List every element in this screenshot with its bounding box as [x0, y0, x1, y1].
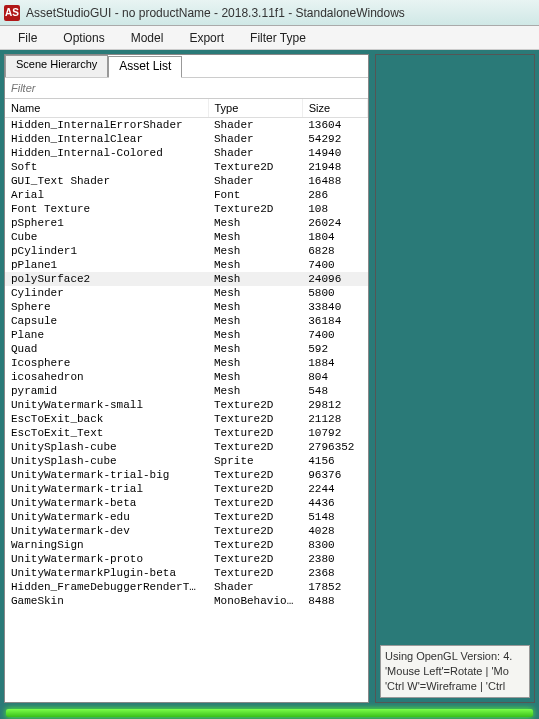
cell-size: 4028 — [302, 524, 367, 538]
cell-type: Shader — [208, 174, 302, 188]
cell-type: Texture2D — [208, 496, 302, 510]
cell-size: 16488 — [302, 174, 367, 188]
table-row[interactable]: Hidden_Internal-ColoredShader14940 — [5, 146, 368, 160]
cell-size: 1884 — [302, 356, 367, 370]
asset-list-scroll[interactable]: NameTypeSize Hidden_InternalErrorShaderS… — [5, 99, 368, 702]
table-row[interactable]: pyramidMesh548 — [5, 384, 368, 398]
menubar: FileOptionsModelExportFilter Type — [0, 26, 539, 50]
cell-type: Mesh — [208, 342, 302, 356]
table-row[interactable]: pPlane1Mesh7400 — [5, 258, 368, 272]
table-row[interactable]: ArialFont286 — [5, 188, 368, 202]
asset-list-panel: Scene HierarchyAsset List NameTypeSize H… — [4, 54, 369, 703]
cell-size: 96376 — [302, 468, 367, 482]
cell-type: Font — [208, 188, 302, 202]
table-row[interactable]: icosahedronMesh804 — [5, 370, 368, 384]
cell-size: 13604 — [302, 118, 367, 133]
table-row[interactable]: CubeMesh1804 — [5, 230, 368, 244]
table-row[interactable]: SphereMesh33840 — [5, 300, 368, 314]
cell-size: 10792 — [302, 426, 367, 440]
table-row[interactable]: GUI_Text ShaderShader16488 — [5, 174, 368, 188]
preview-panel: Using OpenGL Version: 4. 'Mouse Left'=Ro… — [375, 54, 535, 703]
table-row[interactable]: Hidden_InternalClearShader54292 — [5, 132, 368, 146]
table-row[interactable]: UnityWatermarkPlugin-betaTexture2D2368 — [5, 566, 368, 580]
column-header-type[interactable]: Type — [208, 99, 302, 118]
cell-name: UnityWatermark-trial — [5, 482, 208, 496]
table-row[interactable]: UnityWatermark-trial-bigTexture2D96376 — [5, 468, 368, 482]
cell-type: Texture2D — [208, 398, 302, 412]
cell-size: 21948 — [302, 160, 367, 174]
table-row[interactable]: UnityWatermark-devTexture2D4028 — [5, 524, 368, 538]
table-row[interactable]: QuadMesh592 — [5, 342, 368, 356]
cell-name: Plane — [5, 328, 208, 342]
tab-scene-hierarchy[interactable]: Scene Hierarchy — [5, 55, 108, 77]
table-row[interactable]: UnitySplash-cubeSprite4156 — [5, 454, 368, 468]
menu-options[interactable]: Options — [51, 28, 116, 48]
cell-size: 2380 — [302, 552, 367, 566]
cell-type: Shader — [208, 580, 302, 594]
cell-type: Texture2D — [208, 468, 302, 482]
table-row[interactable]: CylinderMesh5800 — [5, 286, 368, 300]
info-line: 'Ctrl W'=Wireframe | 'Ctrl — [385, 679, 525, 694]
menu-filter-type[interactable]: Filter Type — [238, 28, 318, 48]
menu-file[interactable]: File — [6, 28, 49, 48]
cell-size: 286 — [302, 188, 367, 202]
titlebar[interactable]: AS AssetStudioGUI - no productName - 201… — [0, 0, 539, 26]
table-row[interactable]: Hidden_FrameDebuggerRenderTa...Shader178… — [5, 580, 368, 594]
table-row[interactable]: GameSkinMonoBehaviour8488 — [5, 594, 368, 608]
cell-type: Shader — [208, 118, 302, 133]
table-row[interactable]: WarningSignTexture2D8300 — [5, 538, 368, 552]
window-title: AssetStudioGUI - no productName - 2018.3… — [26, 6, 405, 20]
cell-type: Texture2D — [208, 566, 302, 580]
menu-export[interactable]: Export — [177, 28, 236, 48]
cell-type: Mesh — [208, 286, 302, 300]
cell-name: pSphere1 — [5, 216, 208, 230]
cell-type: Texture2D — [208, 160, 302, 174]
cell-size: 4436 — [302, 496, 367, 510]
cell-size: 108 — [302, 202, 367, 216]
cell-name: UnityWatermark-dev — [5, 524, 208, 538]
cell-size: 36184 — [302, 314, 367, 328]
cell-type: Texture2D — [208, 202, 302, 216]
cell-size: 24096 — [302, 272, 367, 286]
cell-name: GameSkin — [5, 594, 208, 608]
cell-type: Texture2D — [208, 412, 302, 426]
cell-name: UnityWatermark-proto — [5, 552, 208, 566]
cell-name: GUI_Text Shader — [5, 174, 208, 188]
filter-input[interactable] — [11, 82, 362, 94]
table-row[interactable]: UnityWatermark-smallTexture2D29812 — [5, 398, 368, 412]
table-row[interactable]: Hidden_InternalErrorShaderShader13604 — [5, 118, 368, 133]
cell-name: UnityWatermark-beta — [5, 496, 208, 510]
table-row[interactable]: pSphere1Mesh26024 — [5, 216, 368, 230]
cell-name: polySurface2 — [5, 272, 208, 286]
table-row[interactable]: SoftTexture2D21948 — [5, 160, 368, 174]
cell-name: UnitySplash-cube — [5, 440, 208, 454]
table-row[interactable]: UnityWatermark-betaTexture2D4436 — [5, 496, 368, 510]
cell-type: Mesh — [208, 300, 302, 314]
table-row[interactable]: IcosphereMesh1884 — [5, 356, 368, 370]
table-row[interactable]: UnityWatermark-trialTexture2D2244 — [5, 482, 368, 496]
table-row[interactable]: PlaneMesh7400 — [5, 328, 368, 342]
cell-type: Mesh — [208, 244, 302, 258]
cell-name: Sphere — [5, 300, 208, 314]
cell-type: Mesh — [208, 384, 302, 398]
cell-size: 2368 — [302, 566, 367, 580]
table-row[interactable]: UnityWatermark-protoTexture2D2380 — [5, 552, 368, 566]
table-row[interactable]: UnityWatermark-eduTexture2D5148 — [5, 510, 368, 524]
cell-size: 7400 — [302, 328, 367, 342]
tab-asset-list[interactable]: Asset List — [108, 56, 182, 78]
cell-size: 6828 — [302, 244, 367, 258]
menu-model[interactable]: Model — [119, 28, 176, 48]
cell-type: Mesh — [208, 258, 302, 272]
column-header-size[interactable]: Size — [302, 99, 367, 118]
table-row[interactable]: EscToExit_backTexture2D21128 — [5, 412, 368, 426]
table-row[interactable]: UnitySplash-cubeTexture2D2796352 — [5, 440, 368, 454]
table-row[interactable]: Font TextureTexture2D108 — [5, 202, 368, 216]
column-header-name[interactable]: Name — [5, 99, 208, 118]
table-row[interactable]: CapsuleMesh36184 — [5, 314, 368, 328]
cell-name: Hidden_FrameDebuggerRenderTa... — [5, 580, 208, 594]
table-row[interactable]: polySurface2Mesh24096 — [5, 272, 368, 286]
cell-size: 804 — [302, 370, 367, 384]
table-row[interactable]: EscToExit_TextTexture2D10792 — [5, 426, 368, 440]
info-line: 'Mouse Left'=Rotate | 'Mo — [385, 664, 525, 679]
table-row[interactable]: pCylinder1Mesh6828 — [5, 244, 368, 258]
